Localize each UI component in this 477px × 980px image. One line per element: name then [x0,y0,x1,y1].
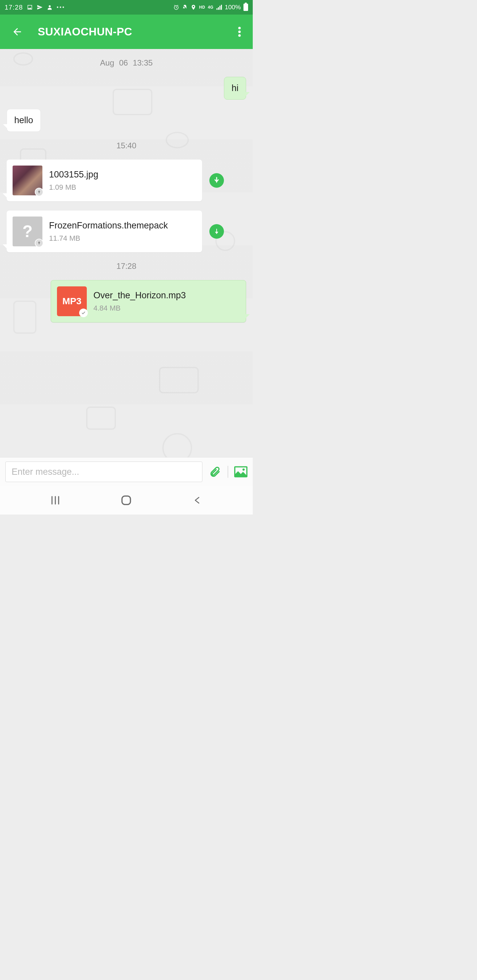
message-row: hi [6,77,246,100]
file-size: 11.74 MB [49,234,168,243]
file-info: Over_the_Horizon.mp3 4.84 MB [93,290,186,313]
file-info: 1003155.jpg 1.09 MB [49,170,98,192]
file-name: Over_the_Horizon.mp3 [93,290,186,301]
back-button[interactable] [9,24,25,40]
download-button[interactable] [209,173,224,188]
file-row: ? FrozenFormations.themepack 11.74 MB [6,210,246,252]
status-bar: 17:28 ••• HD 4G 100% [0,0,253,14]
incoming-file-card[interactable]: 1003155.jpg 1.09 MB [6,159,202,201]
location-icon [190,4,196,10]
file-thumbnail-image [13,165,42,195]
mute-icon [182,4,188,10]
person-icon [47,4,53,10]
recent-icon [50,495,60,505]
file-thumbnail-unknown: ? [13,216,42,246]
file-name: 1003155.jpg [49,170,98,180]
alarm-icon [173,4,179,10]
more-status-icon: ••• [57,4,65,10]
status-left: 17:28 ••• [5,4,65,11]
file-thumbnail-mp3: MP3 [57,286,87,316]
message-input[interactable] [5,461,203,482]
svg-point-7 [242,468,245,471]
image-icon [27,4,33,10]
file-size: 4.84 MB [93,304,186,313]
file-info: FrozenFormations.themepack 11.74 MB [49,221,168,243]
file-name: FrozenFormations.themepack [49,221,168,231]
back-arrow-icon [11,26,23,37]
home-button[interactable] [116,493,136,508]
system-nav-bar [0,486,253,514]
mp3-label: MP3 [62,296,81,307]
status-right: HD 4G 100% [173,4,248,11]
check-badge-icon [79,309,88,317]
download-arrow-icon [213,228,221,235]
svg-point-0 [49,5,51,7]
svg-point-2 [238,27,241,29]
chevron-left-icon [193,495,202,505]
gallery-button[interactable] [234,465,247,479]
upload-badge-icon [35,188,43,196]
timestamp-1: Aug 06 13:35 [6,58,246,68]
incoming-file-card[interactable]: ? FrozenFormations.themepack 11.74 MB [6,210,202,252]
file-size: 1.09 MB [49,183,98,192]
incoming-message-bubble[interactable]: hello [6,109,41,132]
more-vertical-icon [238,27,241,37]
timestamp-2: 15:40 [6,141,246,150]
back-nav-button[interactable] [187,493,207,508]
signal-icon [216,4,222,10]
download-button[interactable] [209,224,224,239]
input-bar [0,457,253,486]
battery-icon [244,4,248,11]
image-picker-icon [234,466,247,477]
more-menu-button[interactable] [231,24,247,40]
file-row: MP3 Over_the_Horizon.mp3 4.84 MB [6,280,246,323]
svg-rect-8 [122,496,131,504]
battery-percent: 100% [225,4,241,11]
hd-label: HD [199,5,205,10]
paperclip-icon [209,466,221,478]
divider [228,466,228,478]
message-row: hello [6,109,246,132]
app-header: SUXIAOCHUN-PC [0,14,253,49]
outgoing-file-card[interactable]: MP3 Over_the_Horizon.mp3 4.84 MB [51,280,246,323]
status-time: 17:28 [5,4,23,11]
file-row: 1003155.jpg 1.09 MB [6,159,246,201]
upload-badge-icon [35,239,43,247]
svg-point-4 [238,35,241,37]
network-label: 4G [208,5,213,9]
attach-button[interactable] [208,465,222,479]
outgoing-message-bubble[interactable]: hi [224,77,246,100]
timestamp-3: 17:28 [6,262,246,271]
page-title: SUXIAOCHUN-PC [38,25,231,38]
recent-apps-button[interactable] [45,493,65,508]
chat-area[interactable]: Aug 06 13:35 hi hello 15:40 1003155.jpg … [0,49,253,457]
svg-point-3 [238,30,241,33]
home-icon [121,495,132,506]
send-icon [37,4,43,10]
download-arrow-icon [213,177,221,185]
